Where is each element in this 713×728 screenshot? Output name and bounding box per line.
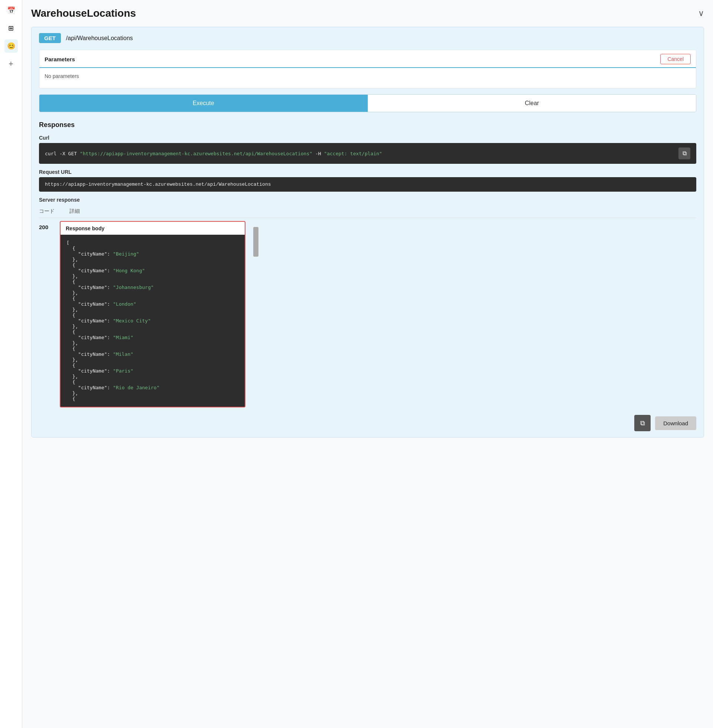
sidebar: 📅 ⊞ 😊 +: [0, 0, 22, 728]
calendar-icon: 📅: [7, 6, 15, 15]
curl-url: "https://apiapp-inventorymanagement-kc.a…: [80, 151, 312, 157]
grid-icon: ⊞: [8, 24, 14, 32]
sidebar-icon-face[interactable]: 😊: [4, 39, 18, 53]
chevron-down-icon[interactable]: ∨: [698, 9, 704, 18]
request-url-label: Request URL: [39, 169, 696, 175]
plus-icon: +: [9, 59, 13, 69]
bottom-actions: ⧉ Download: [39, 415, 696, 431]
curl-block: curl -X GET "https://apiapp-inventoryman…: [39, 143, 696, 164]
parameters-title: Parameters: [45, 56, 75, 63]
page-title: WarehouseLocations: [31, 7, 136, 19]
execute-button[interactable]: Execute: [39, 95, 368, 112]
main-content: WarehouseLocations ∨ GET /api/WarehouseL…: [22, 0, 713, 728]
copy-bottom-button[interactable]: ⧉: [634, 415, 650, 431]
response-body-title: Response body: [61, 222, 245, 235]
responses-title: Responses: [39, 121, 696, 129]
copy-icon: ⧉: [683, 150, 687, 157]
response-table-header: コード 詳細: [39, 206, 696, 218]
curl-command: curl -X GET "https://apiapp-inventoryman…: [45, 151, 382, 157]
action-row: Execute Clear: [39, 94, 696, 112]
curl-label: Curl: [39, 135, 696, 141]
api-panel: GET /api/WarehouseLocations Parameters C…: [31, 27, 704, 437]
response-code: 200: [39, 221, 54, 230]
no-parameters-text: No parameters: [39, 68, 696, 84]
curl-prefix: curl -X GET: [45, 151, 80, 157]
request-url-block: https://apiapp-inventorymanagement-kc.az…: [39, 177, 696, 192]
curl-header: "accept: text/plain": [324, 151, 382, 157]
clear-button[interactable]: Clear: [368, 95, 696, 112]
endpoint-path: /api/WarehouseLocations: [66, 35, 133, 42]
server-response-label: Server response: [39, 197, 696, 203]
sidebar-icon-calendar[interactable]: 📅: [4, 4, 18, 17]
response-body-panel: Response body [ { "cityName": "Beijing" …: [60, 221, 245, 407]
parameters-section: Parameters Cancel No parameters: [39, 50, 696, 88]
response-row: 200 Response body [ { "cityName": "Beiji…: [39, 221, 696, 407]
download-button[interactable]: Download: [655, 416, 696, 430]
method-badge: GET: [39, 33, 61, 43]
cancel-button[interactable]: Cancel: [660, 54, 691, 64]
curl-suffix: -H: [312, 151, 324, 157]
endpoint-row: GET /api/WarehouseLocations: [39, 33, 696, 43]
face-icon: 😊: [7, 42, 15, 50]
sidebar-icon-grid[interactable]: ⊞: [4, 22, 18, 35]
response-body-code[interactable]: [ { "cityName": "Beijing" }, { "cityName…: [61, 235, 245, 407]
page-header: WarehouseLocations ∨: [31, 7, 704, 19]
curl-copy-button[interactable]: ⧉: [679, 148, 691, 159]
col-code-label: コード: [39, 208, 55, 215]
col-detail-label: 詳細: [69, 208, 80, 215]
copy-bottom-icon: ⧉: [640, 419, 645, 427]
parameters-header: Parameters Cancel: [39, 50, 696, 68]
response-json: [ { "cityName": "Beijing" }, { "cityName…: [67, 240, 239, 401]
request-url-text: https://apiapp-inventorymanagement-kc.az…: [45, 182, 271, 187]
scrollbar-thumb: [253, 227, 258, 257]
add-icon[interactable]: +: [4, 57, 18, 70]
